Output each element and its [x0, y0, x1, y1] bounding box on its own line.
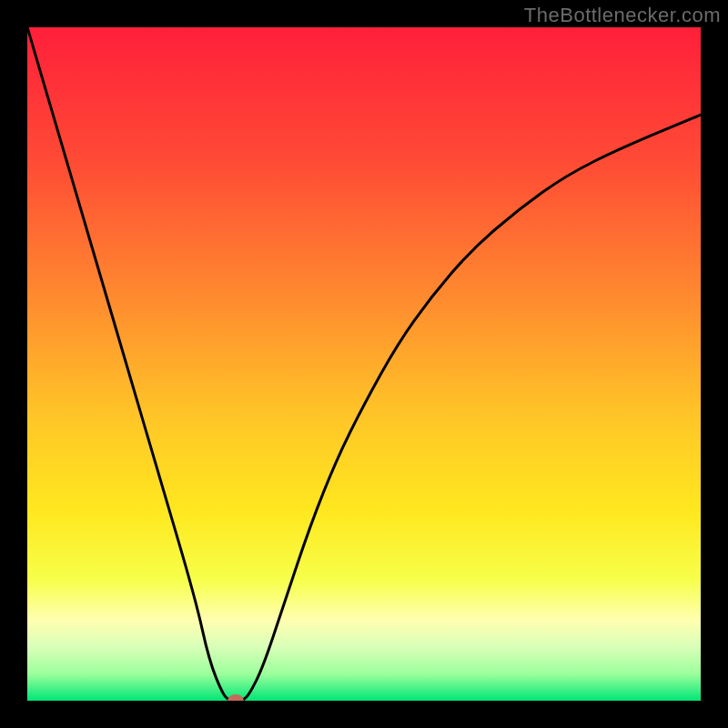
plot-area — [27, 27, 701, 701]
chart-frame: TheBottlenecker.com — [0, 0, 728, 728]
bottleneck-curve — [27, 27, 701, 701]
watermark-text: TheBottlenecker.com — [524, 4, 721, 27]
